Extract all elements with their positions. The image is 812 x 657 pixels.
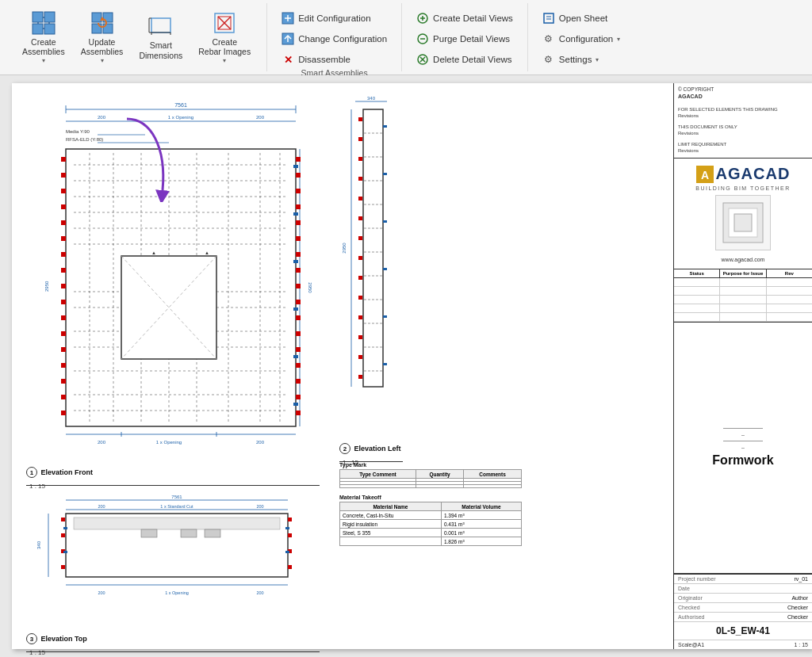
smart-dimensions-button[interactable]: Smart Dimensions: [132, 10, 189, 63]
svg-rect-87: [296, 268, 301, 273]
tf-row-authorised: Authorised Checker: [674, 613, 812, 622]
svg-text:340: 340: [367, 96, 376, 101]
elevation-top-svg: 7561 200 1 x Standard Cut 200: [26, 494, 320, 617]
update-assemblies-button[interactable]: Update Assemblies ▾: [75, 7, 130, 68]
title-top-section: © COPYRIGHT AGACAD FOR SELECTED ELEMENTS…: [674, 83, 812, 159]
svg-rect-190: [288, 533, 292, 537]
edit-configuration-label: Edit Configuration: [298, 13, 370, 23]
elevation-front-line: [26, 485, 320, 486]
configuration-button[interactable]: ⚙ Configuration ▾: [538, 30, 625, 48]
svg-rect-148: [358, 296, 362, 300]
settings-button[interactable]: ⚙ Settings ▾: [538, 51, 604, 68]
svg-rect-72: [61, 300, 66, 304]
svg-rect-37: [544, 13, 553, 23]
type-mark-row: [340, 485, 522, 488]
title-fields: Project number rv_01 Date Originator Aut…: [674, 574, 812, 622]
edit-items: Edit Configuration Change Configuration …: [277, 6, 392, 68]
create-assemblies-button[interactable]: Create Assemblies ▾: [16, 7, 71, 68]
elevation-front-svg: 7561 200 1 x Opening 200 Media Y:90 RFSA…: [26, 94, 320, 450]
type-mark-table-title: Type Mark: [339, 462, 522, 468]
settings-icon: ⚙: [542, 53, 555, 66]
rev-row-2: [674, 287, 812, 296]
dash-line-1: [723, 428, 763, 429]
configuration-label: Configuration: [559, 34, 613, 44]
material-row-total: 1.826 m³: [340, 537, 522, 546]
open-sheet-button[interactable]: Open Sheet: [538, 10, 612, 27]
rev-row-3: [674, 296, 812, 304]
purge-detail-views-button[interactable]: Purge Detail Views: [412, 30, 515, 48]
svg-rect-66: [61, 204, 66, 209]
svg-rect-195: [285, 527, 289, 529]
title-logo-section: A AGACAD BUILDING BIM TOGETHER www.a: [674, 159, 812, 269]
svg-rect-152: [358, 375, 362, 379]
rev-cell: [767, 278, 812, 286]
view-number-2: 2: [339, 443, 350, 454]
create-detail-views-button[interactable]: Create Detail Views: [412, 10, 518, 27]
svg-text:2950: 2950: [44, 281, 49, 292]
view-number-1: 1: [26, 467, 37, 478]
document-number: 0L-5_EW-41: [674, 622, 812, 640]
svg-text:2950: 2950: [308, 282, 312, 293]
col-type-comment: Type Comment: [340, 470, 416, 479]
svg-text:7561: 7561: [174, 102, 187, 108]
material-total-value: 1.826 m³: [441, 537, 521, 546]
create-rebar-images-button[interactable]: Create Rebar Images ▾: [192, 7, 257, 68]
svg-rect-141: [358, 157, 362, 161]
material-header-row: Material Name Material Volume: [340, 502, 522, 511]
toolbar-group-detail-views: Create Detail Views Purge Detail Views: [402, 3, 528, 71]
svg-rect-92: [296, 347, 301, 352]
col-material-volume: Material Volume: [441, 502, 521, 511]
svg-rect-70: [61, 268, 66, 273]
create-assemblies-icon: [31, 10, 56, 36]
svg-rect-144: [358, 216, 362, 220]
svg-text:2950: 2950: [342, 243, 347, 254]
svg-rect-81: [296, 173, 301, 178]
dash-label-2: –: [741, 445, 745, 450]
svg-rect-8: [92, 13, 102, 22]
svg-rect-157: [383, 315, 387, 318]
material-row-2: Rigid insulation 0.431 m³: [340, 520, 522, 529]
tf-row-originator: Originator Author: [674, 594, 812, 603]
create-assemblies-label: Create Assemblies: [22, 37, 65, 57]
views-area: 7561 200 1 x Opening 200 Media Y:90 RFSA…: [18, 90, 667, 643]
create-rebar-images-dropdown: ▾: [223, 57, 226, 65]
svg-rect-183: [181, 529, 197, 537]
revision-table: Status Purpose for Issue Rev: [674, 269, 812, 323]
svg-rect-189: [288, 518, 292, 521]
svg-text:1 x Standard Cut: 1 x Standard Cut: [160, 504, 193, 509]
tf-value-authorised: Checker: [787, 614, 808, 620]
material-name-1: Concrete, Cast-In-Situ: [340, 511, 442, 520]
svg-rect-139: [358, 117, 362, 121]
svg-text:7561: 7561: [171, 495, 182, 499]
create-rebar-images-label: Create Rebar Images: [198, 37, 251, 57]
elevation-top-scale: 1 : 15: [29, 649, 45, 656]
elevation-top-label: 3 Elevation Top: [26, 633, 87, 644]
svg-rect-102: [293, 403, 298, 406]
drawing-area: A1 © COPYRIGHT AGACAD FOR SELECTED ELEME…: [0, 75, 812, 657]
elevation-left-view: 340: [339, 94, 403, 426]
material-row-3: Steel, S 355 0.001 m³: [340, 529, 522, 537]
material-row-1: Concrete, Cast-In-Situ 1.394 m³: [340, 511, 522, 520]
svg-text:RFSA-ELD (Y:80): RFSA-ELD (Y:80): [66, 137, 103, 142]
svg-rect-3: [44, 24, 55, 34]
title-desc3: THIS DOCUMENT IS ONLY: [678, 124, 808, 129]
create-assemblies-dropdown: ▾: [42, 57, 45, 65]
svg-rect-63: [61, 157, 66, 162]
material-vol-3: 0.001 m³: [441, 529, 521, 537]
tf-row-checked: Checked Checker: [674, 603, 812, 613]
company-name-top: AGACAD: [678, 94, 808, 99]
purge-detail-views-label: Purge Detail Views: [433, 34, 510, 44]
project-desc: FOR SELECTED ELEMENTS THIS DRAWING: [678, 107, 808, 112]
svg-text:A: A: [701, 169, 709, 181]
svg-rect-79: [61, 411, 66, 415]
svg-rect-181: [74, 518, 280, 529]
edit-configuration-button[interactable]: Edit Configuration: [277, 10, 375, 27]
delete-detail-views-button[interactable]: Delete Detail Views: [412, 51, 517, 68]
tf-label-authorised: Authorised: [678, 614, 704, 620]
svg-rect-151: [358, 355, 362, 359]
disassemble-button[interactable]: ✕ Disassemble: [277, 51, 355, 68]
svg-rect-184: [205, 529, 220, 537]
tf-value-originator: Author: [791, 595, 808, 601]
change-configuration-button[interactable]: Change Configuration: [277, 30, 392, 48]
svg-rect-45: [734, 214, 752, 231]
